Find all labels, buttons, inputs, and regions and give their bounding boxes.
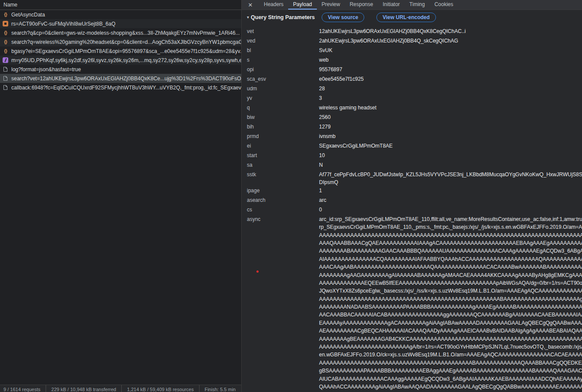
param-row: ved 2ahUKEwjrsL3pw6ORAxUxEGIAHZj0BB4Q_sk…: [247, 37, 582, 46]
param-value: wireless gaming headset: [319, 104, 582, 112]
param-value-line: SvUK: [319, 46, 582, 54]
param-key: vet: [247, 27, 319, 35]
status-segment: 9 / 1614 requests: [3, 385, 46, 392]
request-row[interactable]: m=y05UD,PPhKqf,sy6kj,sy2df,sy26l,syvz,sy…: [0, 56, 241, 65]
param-value: e0ee5455e7f1c925: [319, 75, 582, 83]
devtools-network-panel: Name {} GetAsyncData rs=ACT90oFvC-suFMqi…: [0, 0, 582, 392]
tab-cookies[interactable]: Cookies: [429, 0, 458, 10]
param-key: q: [247, 104, 319, 112]
param-key: biw: [247, 113, 319, 121]
status-segment: Finish: 5.5 min: [199, 385, 241, 392]
request-name: bgasy?ei=SEgxaevsCrGgiLMPmOmT8AE&opi=955…: [11, 48, 241, 54]
param-value: 12ahUKEwjrsL3pw6ORAxUxEGIAHZj0BB4QxK8Ceg…: [319, 27, 582, 35]
tab-initiator[interactable]: Initiator: [378, 0, 404, 10]
param-key: sstk: [247, 171, 319, 178]
fetch-xhr-icon: {}: [3, 12, 8, 17]
param-value: 1: [319, 187, 582, 194]
tab-response[interactable]: Response: [345, 0, 378, 10]
request-row[interactable]: {} search?q&cp=0&client=gws-wiz-modeless…: [0, 28, 241, 37]
param-value-line: 12ahUKEwjrsL3pw6ORAxUxEGIAHZj0BB4QxK8Ceg…: [319, 27, 582, 35]
tab-label: Cookies: [434, 1, 453, 7]
param-value: N: [319, 161, 582, 169]
document-icon: [3, 85, 8, 90]
name-column-label: Name: [3, 2, 17, 8]
request-name: GetAsyncData: [11, 12, 45, 18]
param-value-line: EAAAAAyAAAAAAAAAAAAAgACAAAAAAAAgAiAAgIAB…: [319, 319, 582, 327]
param-row: q wireless gaming headset: [247, 104, 582, 113]
param-value-line: Af77f_cePpFdvLcBP0_JUDwfJstwIp_KZL5JHs5V…: [319, 171, 582, 178]
request-name: m=y05UD,PPhKqf,sy6kj,sy2df,sy26l,syvz,sy…: [11, 57, 241, 63]
view-url-encoded-button[interactable]: View URL-encoded: [376, 13, 436, 22]
request-list: {} GetAsyncData rs=ACT90oFvC-suFMqiVihI8…: [0, 10, 241, 92]
request-name: rs=ACT90oFvC-suFMqiVihI8wUrSejt8B_6aQ: [11, 21, 116, 27]
document-icon: [3, 66, 8, 72]
tab-label: Initiator: [382, 1, 399, 7]
tab-label: Response: [349, 1, 373, 7]
param-value-line: 28: [319, 85, 582, 92]
param-row: start 10: [247, 152, 582, 161]
param-value-line: AACAAABBACAAAAAIACABAAAAAAAAAAAAAAAAggAA…: [319, 311, 582, 319]
param-value: 3: [319, 94, 582, 102]
tab-headers[interactable]: Headers: [259, 0, 288, 10]
param-key: ei: [247, 142, 319, 150]
request-row[interactable]: rs=ACT90oFvC-suFMqiVihI8wUrSejt8B_6aQ: [0, 19, 241, 28]
request-row[interactable]: callback:6948?fc=EqIDCuICQUxrdF92SFMycjh…: [0, 83, 241, 92]
view-source-button[interactable]: View source: [322, 13, 364, 22]
param-value-line: AAAAAAAAgBEAAAAAAAGAB4CKKCAAAAAAAAAAAAAA…: [319, 335, 582, 343]
script-module-icon: [3, 57, 8, 63]
param-value-line: DIpsmQ: [319, 178, 582, 186]
param-key: s: [247, 56, 319, 64]
param-value-line: JQwoXYTxX8Zs6pceEglw,_basecss:/xjs/_/ss/…: [319, 287, 582, 295]
param-value: arc: [319, 196, 582, 204]
param-value-line: 10: [319, 152, 582, 159]
request-details-pane: ✕ Headers Payload Preview Response Initi…: [242, 0, 582, 392]
request-row[interactable]: {} bgasy?ei=SEgxaevsCrGgiLMPmOmT8AE&opi=…: [0, 46, 241, 56]
chevron-down-icon[interactable]: ▾: [247, 15, 249, 20]
param-key: cs: [247, 206, 319, 214]
request-row[interactable]: {} GetAsyncData: [0, 10, 241, 19]
param-value-line: 1: [319, 187, 582, 194]
tab-timing[interactable]: Timing: [405, 0, 430, 10]
document-icon: [3, 76, 8, 81]
param-row: sca_esv e0ee5455e7f1c925: [247, 75, 582, 85]
param-key: opi: [247, 66, 319, 73]
query-string-parameters-title[interactable]: Query String Parameters: [251, 14, 315, 20]
tab-payload[interactable]: Payload: [288, 0, 316, 10]
param-value: 2ahUKEwjrsL3pw6ORAxUxEGIAHZj0BB4Q_skCegQ…: [319, 37, 582, 45]
status-segment: 229 kB / 10,948 kB transferred: [46, 385, 121, 392]
param-value-line: 95576897: [319, 66, 582, 73]
param-value-line: 0: [319, 206, 582, 214]
param-row: ipage 1: [247, 187, 582, 196]
fetch-xhr-icon: {}: [3, 48, 8, 54]
param-value-line: AAAAAAAAgAAGAAAAAAAAgAIAAAAAABAAAAAAgAMA…: [319, 271, 582, 279]
param-value-line: 1279: [319, 123, 582, 131]
param-value-line: N: [319, 161, 582, 169]
param-row: bl SvUK: [247, 46, 582, 56]
param-value-line: AAAAAAAAAAAAAAAAAAAAAAAAAAAAAAAAAAAAAAAA…: [319, 359, 582, 367]
param-value-line: gBSAAAAAAAAAAPAAAABBBAAAAAAAAAEBAggAAAEg…: [319, 367, 582, 375]
tab-preview[interactable]: Preview: [317, 0, 345, 10]
param-value-line: AIAAAAAAAAAAAAAAACQAAAAAAAAAIAFAABBYQAAA…: [319, 255, 582, 263]
param-row: s web: [247, 56, 582, 66]
param-value-line: AEAAAAAAAAACgBEQCAHAAAAAIACAAAQAADyAAAAg…: [319, 327, 582, 335]
name-column-header[interactable]: Name: [0, 0, 241, 10]
param-value-line: AAAAAAAANADAABSAAAAAAAAAPAAAABBBAAAAAAAA…: [319, 303, 582, 311]
param-key: bih: [247, 123, 319, 131]
param-value-line: AAAAAAAAAAAAAEQEEwB5IfEEAAAAAAAAAAAAAAAA…: [319, 279, 582, 287]
param-value: arc_id:srp_SEgxaevsCrGgiLMPmOmT8AE_110,f…: [319, 215, 582, 392]
param-value-line: QAAAhACCAAAAAAAAgAiAAgIABAwAAQAADAAAAAAA…: [319, 383, 582, 391]
param-row: sstk Af77f_cePpFdvLcBP0_JUDwfJstwIp_KZL5…: [247, 171, 582, 187]
request-row[interactable]: {} search?q=wireless%20gaming%20headset&…: [0, 37, 241, 46]
param-value-line: AAAAAAAAAAAAAAAAAAAAAAAAAAgA/br=1/rs=ACT…: [319, 343, 582, 351]
param-row: biw 2560: [247, 113, 582, 123]
param-value-line: 2560: [319, 113, 582, 121]
param-row: udm 28: [247, 85, 582, 94]
red-dot-indicator: [256, 270, 259, 273]
request-row[interactable]: log?format=json&hasfast=true: [0, 65, 241, 74]
close-icon[interactable]: ✕: [242, 0, 259, 10]
request-row[interactable]: search?vet=12ahUKEwjrsL3pw6ORAxUxEGIAHZj…: [0, 74, 241, 83]
details-tab-bar: ✕ Headers Payload Preview Response Initi…: [242, 0, 582, 10]
request-name: search?vet=12ahUKEwjrsL3pw6ORAxUxEGIAHZj…: [11, 76, 241, 82]
fetch-xhr-icon: {}: [3, 30, 8, 36]
param-key: ipage: [247, 187, 319, 194]
